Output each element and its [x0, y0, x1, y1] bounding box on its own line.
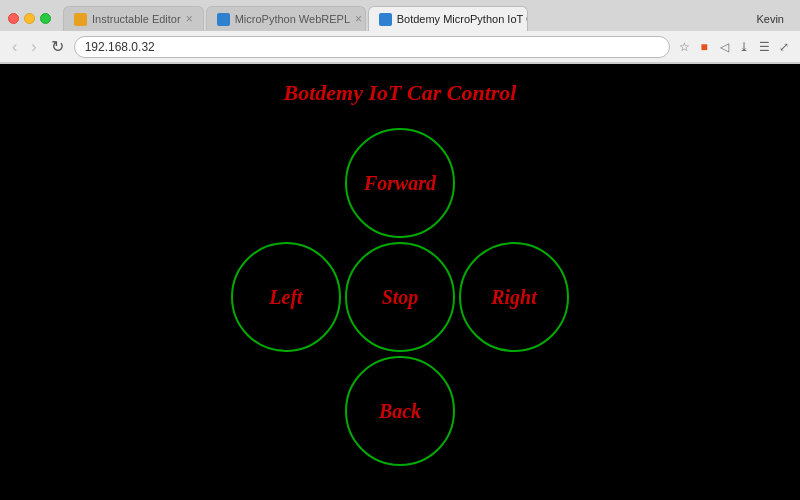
title-bar: Instructable Editor × MicroPython WebREP… [0, 0, 800, 31]
close-button[interactable] [8, 13, 19, 24]
tab-bar: Instructable Editor × MicroPython WebREP… [63, 6, 744, 31]
tab-icon-botdemy [379, 13, 392, 26]
tab-botdemy[interactable]: Botdemy MicroPython IoT Car × [368, 6, 528, 31]
tab-close-instructable[interactable]: × [186, 12, 193, 26]
tab-close-micropython[interactable]: × [355, 12, 362, 26]
page-content: Botdemy IoT Car Control Forward Left Sto… [0, 64, 800, 500]
right-button[interactable]: Right [459, 242, 569, 352]
bookmark-icon[interactable]: ☆ [676, 39, 692, 55]
controls-container: Forward Left Stop Right Back [229, 126, 571, 468]
tab-label-botdemy: Botdemy MicroPython IoT Car [397, 13, 528, 25]
controls-row-bottom: Back [229, 354, 571, 468]
minimize-button[interactable] [24, 13, 35, 24]
refresh-nav-button[interactable]: ↻ [47, 35, 68, 58]
fullscreen-icon[interactable]: ⤢ [776, 39, 792, 55]
spacer-bottom-right [457, 354, 571, 468]
forward-nav-button[interactable]: › [27, 36, 40, 58]
controls-row-middle: Left Stop Right [229, 240, 571, 354]
nav-bar: ‹ › ↻ ☆ ■ ◁ ⤓ ☰ ⤢ [0, 31, 800, 63]
rss-icon[interactable]: ■ [696, 39, 712, 55]
tab-label-instructable: Instructable Editor [92, 13, 181, 25]
spacer-top-left [229, 126, 343, 240]
download-icon[interactable]: ⤓ [736, 39, 752, 55]
forward-button[interactable]: Forward [345, 128, 455, 238]
user-label: Kevin [748, 9, 792, 29]
address-bar[interactable] [74, 36, 670, 58]
settings-icon[interactable]: ☰ [756, 39, 772, 55]
back-button[interactable]: Back [345, 356, 455, 466]
controls-row-top: Forward [229, 126, 571, 240]
tab-icon-instructable [74, 13, 87, 26]
browser-chrome: Instructable Editor × MicroPython WebREP… [0, 0, 800, 64]
left-button[interactable]: Left [231, 242, 341, 352]
tab-instructable[interactable]: Instructable Editor × [63, 6, 204, 31]
nav-icons: ☆ ■ ◁ ⤓ ☰ ⤢ [676, 39, 792, 55]
back-nav-button[interactable]: ‹ [8, 36, 21, 58]
spacer-bottom-left [229, 354, 343, 468]
tab-label-micropython: MicroPython WebREPL [235, 13, 350, 25]
page-title: Botdemy IoT Car Control [284, 80, 517, 106]
tab-micropython[interactable]: MicroPython WebREPL × [206, 6, 366, 31]
stop-button[interactable]: Stop [345, 242, 455, 352]
traffic-lights [8, 13, 51, 24]
spacer-top-right [457, 126, 571, 240]
tab-icon-micropython [217, 13, 230, 26]
share-icon[interactable]: ◁ [716, 39, 732, 55]
maximize-button[interactable] [40, 13, 51, 24]
